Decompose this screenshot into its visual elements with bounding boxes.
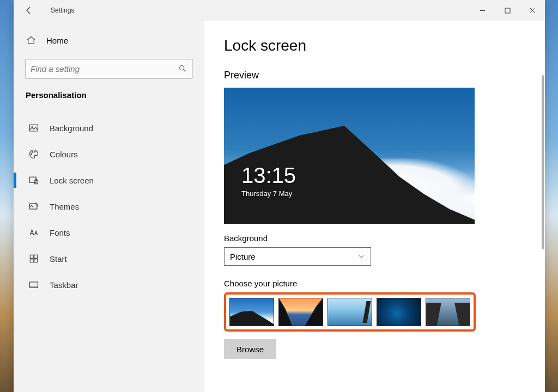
minimize-icon <box>480 8 486 14</box>
picture-thumbnail-4[interactable] <box>377 298 421 326</box>
nav-item-label: Background <box>50 124 93 133</box>
picture-icon <box>28 122 40 134</box>
chevron-down-icon <box>357 253 365 260</box>
search-box[interactable] <box>26 59 192 78</box>
browse-button[interactable]: Browse <box>224 339 276 359</box>
svg-rect-1 <box>505 8 510 13</box>
svg-rect-18 <box>30 282 38 287</box>
nav-item-start[interactable]: Start <box>26 246 192 272</box>
svg-rect-17 <box>34 259 38 262</box>
home-icon <box>26 35 37 46</box>
svg-rect-6 <box>30 125 38 131</box>
search-icon <box>178 64 187 73</box>
content-area: Lock screen Preview 13:15 Thursday 7 May… <box>204 21 545 392</box>
browse-label: Browse <box>236 345 264 354</box>
lock-screen-icon <box>28 174 40 186</box>
picture-thumbnail-5[interactable] <box>426 298 470 326</box>
svg-rect-16 <box>30 259 33 262</box>
fonts-icon <box>28 226 40 238</box>
minimize-button[interactable] <box>470 2 495 19</box>
preview-heading: Preview <box>224 70 525 81</box>
page-title: Lock screen <box>224 37 525 54</box>
start-icon <box>28 253 40 265</box>
nav-item-label: Fonts <box>50 228 70 237</box>
themes-icon <box>28 200 40 212</box>
svg-rect-14 <box>30 255 33 258</box>
close-icon <box>530 8 536 14</box>
picture-thumbnails-highlight <box>224 292 476 332</box>
nav-item-label: Themes <box>50 202 79 211</box>
arrow-left-icon <box>25 6 33 15</box>
section-label: Personalisation <box>26 90 192 100</box>
scrollbar[interactable] <box>542 75 544 249</box>
window-controls <box>470 2 545 19</box>
nav-item-label: Lock screen <box>50 176 94 185</box>
svg-point-10 <box>34 151 35 152</box>
back-button[interactable] <box>20 2 38 19</box>
nav-item-fonts[interactable]: Fonts <box>26 219 192 246</box>
taskbar-icon <box>28 279 40 291</box>
svg-point-8 <box>31 154 32 155</box>
search-input[interactable] <box>31 64 178 74</box>
palette-icon <box>28 148 40 160</box>
choose-picture-label: Choose your picture <box>224 279 525 288</box>
home-label: Home <box>46 36 68 45</box>
maximize-button[interactable] <box>495 2 520 19</box>
svg-point-4 <box>180 66 184 70</box>
preview-time: 13:15 <box>241 164 296 186</box>
titlebar: Settings <box>14 0 545 21</box>
nav-item-lock-screen[interactable]: Lock screen <box>26 167 192 193</box>
background-dropdown-value: Picture <box>230 252 357 261</box>
nav-list: Background Colours Lock screen <box>26 115 192 298</box>
picture-thumbnail-2[interactable] <box>278 298 323 326</box>
picture-thumbnails <box>229 298 470 326</box>
nav-item-label: Taskbar <box>50 280 78 290</box>
svg-rect-15 <box>34 255 38 258</box>
background-dropdown[interactable]: Picture <box>224 247 371 266</box>
maximize-icon <box>505 8 511 14</box>
nav-item-colours[interactable]: Colours <box>26 141 192 167</box>
picture-thumbnail-1[interactable] <box>229 298 274 326</box>
settings-window: Settings Home <box>14 0 545 392</box>
nav-item-label: Start <box>50 254 67 264</box>
nav-item-background[interactable]: Background <box>26 115 192 141</box>
svg-point-9 <box>32 151 33 152</box>
nav-item-label: Colours <box>50 150 78 159</box>
svg-line-5 <box>184 70 185 71</box>
lock-screen-preview: 13:15 Thursday 7 May <box>224 88 475 224</box>
preview-clock: 13:15 Thursday 7 May <box>241 164 296 198</box>
sidebar: Home Personalisation Background <box>14 21 204 392</box>
close-button[interactable] <box>520 2 545 19</box>
nav-item-taskbar[interactable]: Taskbar <box>26 272 192 298</box>
picture-thumbnail-3[interactable] <box>327 298 372 326</box>
home-button[interactable]: Home <box>26 32 192 49</box>
svg-point-7 <box>32 126 33 127</box>
window-title: Settings <box>51 7 74 14</box>
preview-date: Thursday 7 May <box>241 189 296 198</box>
nav-item-themes[interactable]: Themes <box>26 193 192 219</box>
background-label: Background <box>224 234 525 243</box>
